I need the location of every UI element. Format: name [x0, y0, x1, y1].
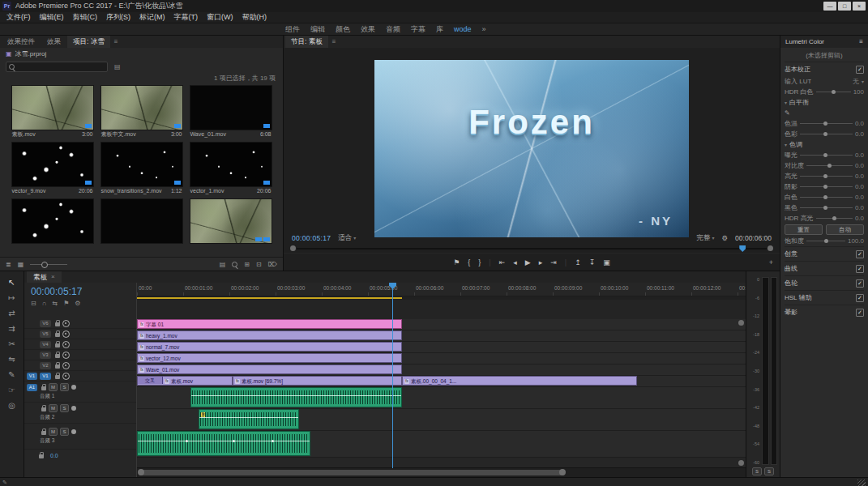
linked-selection-icon[interactable]: ⇆	[52, 300, 58, 307]
menu-window[interactable]: 窗口(W)	[207, 12, 233, 23]
zoom-tool[interactable]: ◎	[8, 401, 15, 410]
panel-menu-icon[interactable]: ≡	[114, 38, 118, 45]
pen-tool[interactable]: ✎	[8, 370, 15, 379]
clip-thumbnail[interactable]	[190, 142, 272, 187]
slider[interactable]	[800, 155, 853, 156]
go-to-out-button[interactable]: ⇥	[550, 258, 557, 266]
seek-handle-left[interactable]	[290, 245, 296, 251]
workspace-tab-titles[interactable]: 字幕	[411, 24, 425, 35]
toggle-track-output-eye-icon[interactable]	[62, 341, 70, 348]
playback-resolution-dropdown[interactable]: 完整 ▾	[696, 233, 714, 243]
project-item[interactable]	[100, 198, 183, 254]
section-checkbox[interactable]: ✓	[856, 66, 864, 74]
meter-solo-left[interactable]: S	[752, 467, 762, 475]
automate-to-sequence-icon[interactable]: ▤	[220, 261, 226, 268]
reset-button[interactable]: 重置	[785, 224, 823, 235]
track-lock-icon[interactable]	[39, 454, 44, 458]
workspace-tab-assembly[interactable]: 组件	[285, 24, 300, 35]
section-checkbox[interactable]: ✓	[856, 279, 864, 288]
track-lock-icon[interactable]	[41, 407, 46, 411]
toggle-track-output-eye-icon[interactable]	[62, 320, 70, 327]
close-button[interactable]: ×	[853, 2, 866, 11]
panel-menu-icon[interactable]: ≡	[859, 38, 863, 45]
lift-button[interactable]: ↥	[575, 258, 581, 266]
slider[interactable]	[806, 165, 853, 166]
audio-clip[interactable]: fx	[199, 409, 299, 429]
new-item-icon[interactable]: ⊡	[256, 261, 262, 268]
section-checkbox[interactable]: ✓	[856, 294, 864, 302]
seek-track[interactable]	[297, 248, 767, 249]
search-box[interactable]	[6, 62, 108, 72]
project-item[interactable]: vector_1.mov20:06	[190, 142, 272, 197]
track-lock-icon[interactable]	[41, 386, 46, 390]
vertical-scroll-handle-bottom[interactable]	[738, 460, 744, 466]
tab-program-monitor[interactable]: 节目: 素板	[285, 36, 328, 48]
section-checkbox[interactable]: ✓	[856, 250, 864, 258]
track-lock-icon[interactable]	[55, 322, 60, 326]
track-lock-icon[interactable]	[55, 354, 60, 358]
project-item[interactable]	[190, 198, 272, 254]
blacks-row[interactable]: 黑色 0.0	[785, 202, 864, 213]
icon-view-icon[interactable]: ▦	[18, 261, 24, 268]
sequence-tab[interactable]: 素板 ×	[27, 271, 62, 283]
volume-rubber-band[interactable]	[191, 395, 401, 396]
timeline-clip[interactable]: fxnormal_7.mov	[137, 342, 402, 352]
temperature-row[interactable]: 色温 0.0	[785, 118, 864, 129]
track-lock-icon[interactable]	[55, 343, 60, 347]
shadows-row[interactable]: 阴影 0.0	[785, 181, 864, 192]
track-target-toggle[interactable]: V5	[40, 330, 51, 338]
timeline-clip[interactable]: 交叉 fx素板.mov	[137, 376, 233, 386]
zoom-level-dropdown[interactable]: 适合 ▾	[338, 233, 356, 243]
step-back-button[interactable]: ◂	[513, 258, 517, 266]
row-value[interactable]: 0.0	[855, 204, 864, 211]
timeline-horizontal-scrollbar[interactable]	[137, 467, 746, 477]
tab-effect-controls[interactable]: 效果控件	[2, 36, 41, 48]
current-timecode[interactable]: 00:00:05:17	[292, 234, 331, 242]
workspace-tab-editing[interactable]: 编辑	[310, 24, 325, 35]
tab-effects[interactable]: 效果	[41, 36, 66, 48]
tint-row[interactable]: 色彩 0.0	[785, 129, 864, 139]
slider[interactable]	[816, 92, 851, 92]
menu-help[interactable]: 帮助(H)	[242, 12, 267, 23]
track-lock-icon[interactable]	[41, 431, 46, 435]
timeline-playhead[interactable]	[392, 283, 393, 468]
ripple-edit-tool[interactable]: ⇄	[8, 309, 15, 318]
track-lock-icon[interactable]	[55, 375, 60, 379]
project-item[interactable]: vector_9.mov20:06	[11, 142, 94, 197]
slider[interactable]	[800, 134, 853, 134]
menu-file[interactable]: 文件(F)	[6, 12, 31, 23]
slip-tool[interactable]: ⇋	[8, 355, 15, 364]
row-value[interactable]: 0.0	[855, 194, 864, 201]
slider[interactable]	[800, 197, 853, 198]
row-value[interactable]: 100	[853, 88, 864, 96]
play-button[interactable]: ▶	[525, 258, 531, 266]
slider-knob[interactable]	[823, 185, 827, 189]
clip-thumbnail[interactable]	[11, 142, 94, 187]
zoom-slider-knob[interactable]	[41, 262, 48, 268]
source-patch-a1[interactable]: A1	[27, 384, 37, 391]
slider-knob[interactable]	[832, 90, 836, 94]
settings-wrench-icon[interactable]: ⚙	[721, 234, 728, 242]
menu-sequence[interactable]: 序列(S)	[106, 12, 130, 23]
add-marker-icon[interactable]: ⚑	[63, 300, 69, 307]
section-vignette[interactable]: 晕影 ✓	[785, 305, 864, 319]
menu-marker[interactable]: 标记(M)	[139, 12, 165, 23]
row-value[interactable]: 0.0	[855, 120, 864, 127]
export-frame-button[interactable]: ▣	[603, 258, 610, 266]
section-checkbox[interactable]: ✓	[856, 265, 864, 273]
extract-button[interactable]: ↧	[589, 258, 596, 266]
row-value[interactable]: 0.0	[855, 215, 864, 222]
tab-project[interactable]: 项目: 冰雪	[67, 36, 110, 48]
section-curves[interactable]: 曲线 ✓	[785, 261, 864, 275]
slider[interactable]	[800, 186, 853, 187]
track-target-toggle[interactable]: V2	[40, 362, 51, 369]
cross-dissolve-transition[interactable]: 交叉	[138, 377, 163, 384]
clip-thumbnail[interactable]	[190, 85, 272, 130]
toggle-track-output-eye-icon[interactable]	[62, 352, 70, 359]
audio-clip[interactable]	[137, 431, 310, 456]
clip-thumbnail[interactable]	[100, 85, 183, 130]
close-icon[interactable]: ×	[51, 271, 55, 283]
section-checkbox[interactable]: ✓	[856, 309, 864, 317]
slider[interactable]	[800, 207, 853, 208]
slider[interactable]	[800, 123, 853, 124]
